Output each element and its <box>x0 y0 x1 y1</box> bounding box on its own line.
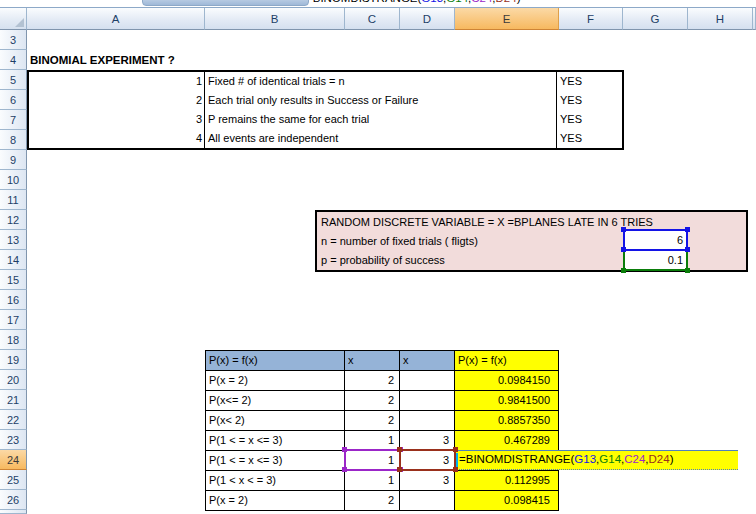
row-header-9[interactable]: 9 <box>0 150 27 170</box>
criteria-text-cell[interactable]: All events are independent <box>205 129 557 148</box>
row-header-20[interactable]: 20 <box>0 370 27 390</box>
range-handle-purple[interactable] <box>342 447 347 452</box>
table-cell-x1[interactable]: 2 <box>345 491 400 511</box>
table-cell-x2[interactable] <box>400 491 455 511</box>
table-cell-x2[interactable] <box>400 391 455 411</box>
range-handle-darkred[interactable] <box>453 467 458 472</box>
criteria-row: 1 Fixed # of identical trials = n YES <box>29 72 622 91</box>
criteria-text-cell[interactable]: Each trial only results in Success or Fa… <box>205 91 557 110</box>
range-handle-blue[interactable] <box>621 227 626 232</box>
table-cell-x1[interactable]: 1 <box>345 431 400 451</box>
range-handle-green[interactable] <box>685 268 690 273</box>
range-handle-purple[interactable] <box>342 467 347 472</box>
criteria-answer-cell[interactable]: YES <box>557 129 622 148</box>
table-cell-result[interactable]: 0.0984150 <box>455 371 559 391</box>
table-cell-result[interactable]: 0.112995 <box>455 471 559 491</box>
cell-a4-title[interactable]: BINOMIAL EXPERIMENT ? <box>30 50 175 70</box>
row-header-21[interactable]: 21 <box>0 390 27 410</box>
table-cell-result[interactable]: 0.467289 <box>455 431 559 451</box>
row-header-24[interactable]: 24 <box>0 450 27 470</box>
formula-bar-clipped[interactable]: =BINOMDISTRANGE(G13,G14,C24,D24) <box>0 0 756 8</box>
criteria-number-cell[interactable]: 4 <box>29 129 205 148</box>
table-header-label[interactable]: P(x) = f(x) <box>206 351 345 371</box>
column-header-H[interactable]: H <box>688 8 753 30</box>
row-header-7[interactable]: 7 <box>0 110 27 130</box>
range-handle-blue[interactable] <box>685 247 690 252</box>
row-header-4[interactable]: 4 <box>0 50 27 70</box>
table-cell-x1[interactable]: 2 <box>345 371 400 391</box>
text-cursor <box>456 453 458 467</box>
table-cell-label[interactable]: P(x< 2) <box>206 411 345 431</box>
range-handle-green[interactable] <box>621 268 626 273</box>
column-header-D[interactable]: D <box>400 8 455 30</box>
range-handle-darkred[interactable] <box>453 447 458 452</box>
column-headers: ABCDEFGH <box>0 8 756 30</box>
cell-g13-n-value[interactable]: 6 <box>623 229 688 251</box>
column-header-B[interactable]: B <box>205 8 345 30</box>
table-cell-result[interactable]: 0.8857350 <box>455 411 559 431</box>
table-cell-x2[interactable] <box>400 371 455 391</box>
criteria-answer-cell[interactable]: YES <box>557 72 622 91</box>
row-header-25[interactable]: 25 <box>0 470 27 490</box>
column-header-C[interactable]: C <box>345 8 400 30</box>
row-header-13[interactable]: 13 <box>0 230 27 250</box>
criteria-answer-cell[interactable]: YES <box>557 110 622 129</box>
row-header-10[interactable]: 10 <box>0 170 27 190</box>
formula-part: ) <box>670 453 674 465</box>
row-header-11[interactable]: 11 <box>0 190 27 210</box>
table-cell-label[interactable]: P(x = 2) <box>206 491 345 511</box>
cell-g14-p-value[interactable]: 0.1 <box>623 249 688 271</box>
column-header-G[interactable]: G <box>623 8 688 30</box>
row-header-6[interactable]: 6 <box>0 90 27 110</box>
table-header-x1[interactable]: x <box>345 351 400 371</box>
row-header-22[interactable]: 22 <box>0 410 27 430</box>
table-cell-label[interactable]: P(x<= 2) <box>206 391 345 411</box>
criteria-row: 3 P remains the same for each trial YES <box>29 110 622 129</box>
row-header-12[interactable]: 12 <box>0 210 27 230</box>
column-header-A[interactable]: A <box>27 8 205 30</box>
row-header-16[interactable]: 16 <box>0 290 27 310</box>
criteria-text-cell[interactable]: Fixed # of identical trials = n <box>205 72 557 91</box>
row-header-5[interactable]: 5 <box>0 70 27 90</box>
table-cell-x2[interactable]: 3 <box>400 471 455 491</box>
select-all-corner[interactable] <box>0 8 27 30</box>
row-header-partial <box>0 510 27 514</box>
table-cell-label[interactable]: P(1 < = x <= 3) <box>206 431 345 451</box>
range-handle-darkred[interactable] <box>397 447 402 452</box>
formula-part: D24 <box>649 453 670 465</box>
table-cell-x1[interactable]: 2 <box>345 391 400 411</box>
table-cell-result[interactable]: 0.098415 <box>455 491 559 511</box>
table-cell-result[interactable]: 0.9841500 <box>455 391 559 411</box>
row-header-17[interactable]: 17 <box>0 310 27 330</box>
row-header-14[interactable]: 14 <box>0 250 27 270</box>
row-header-23[interactable]: 23 <box>0 430 27 450</box>
row-header-8[interactable]: 8 <box>0 130 27 150</box>
formula-part: G14 <box>599 453 621 465</box>
range-handle-blue[interactable] <box>685 227 690 232</box>
row-header-18[interactable]: 18 <box>0 330 27 350</box>
range-handle-darkred[interactable] <box>397 467 402 472</box>
column-header-E[interactable]: E <box>455 8 559 30</box>
criteria-text-cell[interactable]: P remains the same for each trial <box>205 110 557 129</box>
row-header-15[interactable]: 15 <box>0 270 27 290</box>
table-cell-x2[interactable]: 3 <box>400 431 455 451</box>
range-handle-blue[interactable] <box>621 247 626 252</box>
criteria-number-cell[interactable]: 2 <box>29 91 205 110</box>
formula-part: C24 <box>471 0 492 4</box>
criteria-number-cell[interactable]: 3 <box>29 110 205 129</box>
table-cell-label[interactable]: P(x = 2) <box>206 371 345 391</box>
table-cell-label[interactable]: P(1 < = x <= 3) <box>206 451 345 471</box>
criteria-answer-cell[interactable]: YES <box>557 91 622 110</box>
table-header-result[interactable]: P(x) = f(x) <box>455 351 559 371</box>
table-header-x2[interactable]: x <box>400 351 455 371</box>
column-header-F[interactable]: F <box>559 8 623 30</box>
formula-edit-cell[interactable]: =BINOMDISTRANGE(G13,G14,C24,D24) <box>455 450 738 470</box>
row-header-3[interactable]: 3 <box>0 30 27 50</box>
table-cell-x2[interactable] <box>400 411 455 431</box>
criteria-number-cell[interactable]: 1 <box>29 72 205 91</box>
table-cell-x1[interactable]: 1 <box>345 471 400 491</box>
table-cell-x1[interactable]: 2 <box>345 411 400 431</box>
table-cell-label[interactable]: P(1 < x < = 3) <box>206 471 345 491</box>
row-header-26[interactable]: 26 <box>0 490 27 510</box>
row-header-19[interactable]: 19 <box>0 350 27 370</box>
